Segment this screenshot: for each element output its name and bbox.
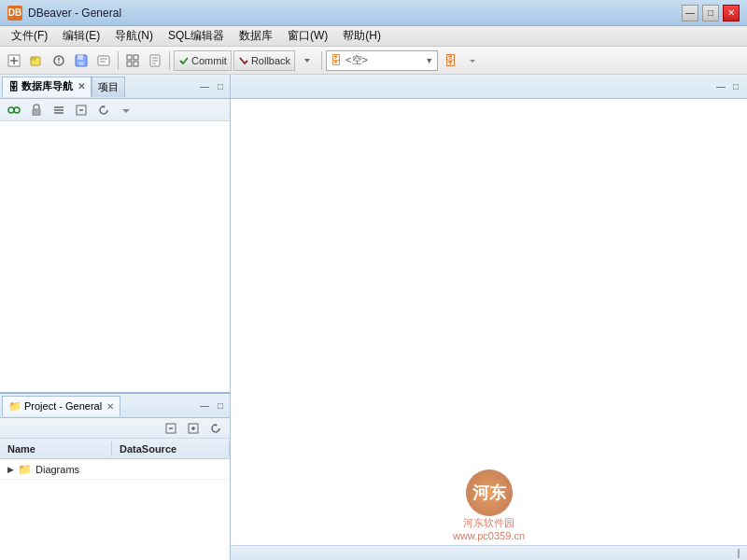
right-maximize-btn[interactable]: □ <box>728 79 743 94</box>
svg-rect-15 <box>134 55 138 60</box>
right-minimize-btn[interactable]: — <box>713 79 728 94</box>
project-general-tab[interactable]: 📁 Project - General ✕ <box>2 396 120 416</box>
main-area: 🗄 数据库导航 ✕ 项目 — □ <box>0 75 747 560</box>
toolbar-btn-5[interactable] <box>93 50 114 71</box>
svg-rect-4 <box>31 58 35 60</box>
app-icon: DB <box>7 6 22 21</box>
menu-edit[interactable]: 编辑(E) <box>55 26 107 46</box>
project-row-name: ▶ 📁 Diagrams <box>0 461 112 478</box>
db-nav-collapse-btn[interactable] <box>71 100 92 120</box>
toolbar-btn-3[interactable] <box>49 50 69 71</box>
rollback-button[interactable]: Rollback <box>233 50 295 71</box>
db-navigator-panel: 🗄 数据库导航 ✕ 项目 — □ <box>0 75 230 392</box>
svg-rect-10 <box>78 62 84 65</box>
toolbar-btn-7[interactable] <box>145 50 165 71</box>
menu-database[interactable]: 数据库 <box>232 26 280 46</box>
toolbar-open-btn[interactable] <box>26 50 47 71</box>
toolbar: Commit Rollback 🗄 <空> ▼ 🗄 <box>0 47 747 75</box>
menu-window[interactable]: 窗口(W) <box>280 26 335 46</box>
menu-sql-editor[interactable]: SQL编辑器 <box>161 26 232 46</box>
menu-navigate[interactable]: 导航(N) <box>107 26 161 46</box>
project-col-name: Name <box>0 441 112 456</box>
window-title: DBeaver - General <box>28 7 121 20</box>
panel-minimize-btn[interactable]: — <box>197 79 212 94</box>
menu-bar: 文件(F) 编辑(E) 导航(N) SQL编辑器 数据库 窗口(W) 帮助(H) <box>0 26 747 47</box>
right-content <box>231 99 747 545</box>
right-panel: — □ 河东 河东软件园 www.pc0359.cn <box>231 75 747 560</box>
close-button[interactable]: ✕ <box>723 5 740 21</box>
svg-point-7 <box>58 62 60 63</box>
db-dropdown-icon: 🗄 <box>331 54 342 67</box>
project-minimize-btn[interactable]: — <box>197 399 212 413</box>
project-toolbar-btn3[interactable] <box>205 418 226 439</box>
svg-rect-17 <box>134 62 138 66</box>
svg-rect-16 <box>127 62 132 66</box>
toolbar-arrow-btn[interactable] <box>297 50 317 71</box>
folder-icon: 📁 <box>18 463 32 476</box>
maximize-button[interactable]: □ <box>702 5 719 21</box>
db-navigator-tab-close[interactable]: ✕ <box>78 81 85 91</box>
status-separator <box>738 549 740 558</box>
project-panel: 📁 Project - General ✕ — □ <box>0 392 230 560</box>
db-dropdown-value: <空> <box>345 53 421 67</box>
menu-help[interactable]: 帮助(H) <box>335 26 388 46</box>
db-navigator-tabs: 🗄 数据库导航 ✕ 项目 — □ <box>0 75 230 99</box>
table-row[interactable]: ▶ 📁 Diagrams <box>0 459 230 480</box>
menu-file[interactable]: 文件(F) <box>4 26 55 46</box>
project-tab-close[interactable]: ✕ <box>106 401 114 412</box>
title-bar: DB DBeaver - General — □ ✕ <box>0 0 747 26</box>
db-navigator-tab[interactable]: 🗄 数据库导航 ✕ <box>2 77 92 97</box>
toolbar-new-btn[interactable] <box>4 50 24 71</box>
project-maximize-btn[interactable]: □ <box>213 399 228 413</box>
svg-rect-11 <box>98 56 109 65</box>
panel-maximize-btn[interactable]: □ <box>213 79 228 94</box>
db-nav-toolbar <box>0 99 230 121</box>
db-navigator-tab-label: 数据库导航 <box>21 79 73 93</box>
db-dropdown[interactable]: 🗄 <空> ▼ <box>326 50 438 71</box>
minimize-button[interactable]: — <box>682 5 698 21</box>
project-table-header: Name DataSource <box>0 439 230 459</box>
project-toolbar-btn2[interactable] <box>183 418 204 439</box>
expand-icon[interactable]: ▶ <box>7 465 14 474</box>
db-icon: 🗄 <box>444 53 457 68</box>
project-toolbar <box>0 418 230 439</box>
toolbar-db-arrow-btn[interactable] <box>462 50 483 71</box>
project-content: Name DataSource ▶ 📁 Diagrams <box>0 439 230 560</box>
project-tab-icon: 📁 <box>8 400 21 413</box>
window-controls: — □ ✕ <box>682 5 740 21</box>
db-nav-menu-btn[interactable] <box>116 100 136 120</box>
project-tab[interactable]: 项目 <box>92 77 125 97</box>
svg-rect-14 <box>127 55 132 60</box>
db-nav-btn-3[interactable] <box>49 100 69 120</box>
project-col-datasource: DataSource <box>112 441 230 456</box>
db-navigator-content <box>0 121 230 392</box>
project-tab-label: 项目 <box>98 80 119 94</box>
db-navigator-tab-icon: 🗄 <box>8 81 19 92</box>
db-nav-connect-btn[interactable] <box>4 100 24 120</box>
svg-point-22 <box>8 107 14 113</box>
project-tab-label: Project - General <box>24 400 102 412</box>
right-status-bar <box>231 545 747 560</box>
db-nav-lock-btn[interactable] <box>26 100 47 120</box>
project-item-label: Diagrams <box>35 464 79 475</box>
toolbar-save-btn[interactable] <box>71 50 92 71</box>
commit-button[interactable]: Commit <box>174 50 232 71</box>
db-dropdown-arrow-icon: ▼ <box>425 56 433 65</box>
project-tab-bar: 📁 Project - General ✕ — □ <box>0 394 230 418</box>
project-toolbar-btn1[interactable] <box>161 418 181 439</box>
db-selector-btn[interactable]: 🗄 <box>440 50 460 71</box>
project-row-datasource <box>112 468 230 471</box>
svg-rect-9 <box>78 55 83 60</box>
svg-point-23 <box>14 107 20 113</box>
right-panel-top: — □ <box>231 75 747 99</box>
svg-rect-25 <box>33 109 40 116</box>
db-nav-refresh-btn[interactable] <box>93 100 114 120</box>
toolbar-grid-btn[interactable] <box>122 50 143 71</box>
left-panel: 🗄 数据库导航 ✕ 项目 — □ <box>0 75 231 560</box>
